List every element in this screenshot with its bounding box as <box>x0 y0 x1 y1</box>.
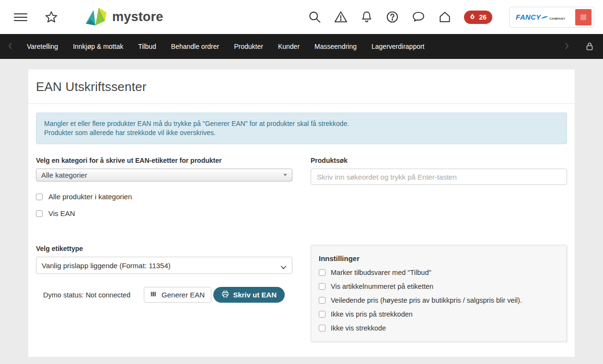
hamburger-icon <box>13 11 28 23</box>
chat-bubble-icon <box>411 10 426 24</box>
generate-ean-label: Generer EAN <box>162 291 205 299</box>
all-products-label: Alle produkter i kategorien <box>48 193 132 201</box>
setting-label-artikkelnummer: Vis artikkelnummeret på etiketten <box>331 283 433 290</box>
setting-row-artikkelnummer: Vis artikkelnummeret på etiketten <box>319 283 559 290</box>
ean-print-center-card: EAN Utskriftssenter Mangler et eller fle… <box>28 69 575 357</box>
help-button[interactable] <box>385 10 399 24</box>
setting-label-ikke-vis-pris: Ikke vis pris på strekkoden <box>331 310 413 318</box>
print-ean-label: Skriv ut EAN <box>233 291 277 299</box>
notifications-button[interactable] <box>360 10 373 24</box>
mystore-logo[interactable]: mystore <box>84 6 163 28</box>
brand-name: FANCY <box>516 13 541 21</box>
brand-swoosh-icon <box>541 13 548 22</box>
page-title: EAN Utskriftssenter <box>36 80 567 94</box>
label-type-select[interactable]: Vanlig prislapp liggende (Format: 11354) <box>36 257 292 274</box>
mystore-logo-text: mystore <box>112 10 163 24</box>
rewards-badge[interactable]: 26 <box>464 11 492 24</box>
dymo-status: Dymo status: Not connected <box>43 291 130 299</box>
search-icon <box>308 10 322 24</box>
form-row-bottom: Velg etikettype Vanlig prislapp liggende… <box>36 245 567 342</box>
chevron-right-icon <box>563 42 570 52</box>
print-ean-button[interactable]: Skriv ut EAN <box>213 287 285 303</box>
alerts-button[interactable] <box>334 10 348 24</box>
question-icon <box>385 10 399 24</box>
nav-item-lagerverdirapport[interactable]: Lagerverdirapport <box>371 43 425 50</box>
home-button[interactable] <box>438 10 452 24</box>
nav-scroll-right[interactable] <box>563 42 570 52</box>
product-search-label: Produktsøk <box>311 157 567 164</box>
dropdown-triangle-icon <box>283 174 287 176</box>
checkbox-ikke-vis-pris[interactable] <box>319 311 325 318</box>
setting-label-tilbud: Marker tilbudsvarer med "Tilbud" <box>331 269 431 276</box>
setting-row-ikke-vis-strekkode: Ikke vis strekkode <box>319 324 559 332</box>
favorites-button[interactable] <box>44 10 58 24</box>
chat-button[interactable] <box>411 10 426 24</box>
nav-item-masseendring[interactable]: Masseendring <box>314 43 357 50</box>
search-button[interactable] <box>308 10 322 24</box>
nav-item-innkjop-mottak[interactable]: Innkjøp & mottak <box>73 43 123 50</box>
card-header: EAN Utskriftssenter <box>28 69 575 104</box>
category-select-value: Alle kategorier <box>41 171 87 179</box>
settings-panel: Innstillinger Marker tilbudsvarer med "T… <box>311 245 567 342</box>
menu-button[interactable] <box>13 11 28 23</box>
checkbox-ikke-vis-strekkode[interactable] <box>319 325 325 331</box>
badge-emblem-icon <box>469 13 476 22</box>
content-area: EAN Utskriftssenter Mangler et eller fle… <box>0 59 603 357</box>
mystore-logo-icon <box>84 6 107 28</box>
nav-item-kunder[interactable]: Kunder <box>278 43 300 50</box>
chevron-left-icon <box>7 42 14 52</box>
label-type-column: Velg etikettype Vanlig prislapp liggende… <box>36 245 292 342</box>
form-row-top: Velg en kategori for å skrive ut EAN-eti… <box>36 157 567 217</box>
all-products-row: Alle produkter i kategorien <box>36 193 292 201</box>
setting-label-ikke-vis-strekkode: Ikke vis strekkode <box>331 324 386 332</box>
home-icon <box>438 10 452 24</box>
store-avatar <box>575 9 591 25</box>
checkbox-all-products[interactable] <box>36 193 43 200</box>
category-column: Velg en kategori for å skrive ut EAN-eti… <box>36 157 292 217</box>
action-row: Dymo status: Not connected Generer EAN <box>36 287 292 303</box>
search-column: Produktsøk <box>311 157 567 217</box>
printer-icon <box>221 290 229 299</box>
info-alert-line1: Mangler et eller flere produkter EAN må … <box>44 119 559 128</box>
nav-item-tilbud[interactable]: Tilbud <box>138 43 156 50</box>
lock-icon <box>584 41 595 52</box>
lock-button[interactable] <box>584 41 595 52</box>
setting-row-ikke-vis-pris: Ikke vis pris på strekkoden <box>319 310 559 318</box>
checkbox-veiledende-pris[interactable] <box>319 297 325 304</box>
info-alert: Mangler et eller flere produkter EAN må … <box>36 113 567 144</box>
checkbox-vis-artikkelnummer[interactable] <box>319 283 325 290</box>
fancy-company-logo: FANCY COMPANY <box>516 13 565 22</box>
top-header: mystore <box>0 0 603 34</box>
nav-scroll-left[interactable] <box>7 42 14 52</box>
setting-row-tilbud: Marker tilbudsvarer med "Tilbud" <box>319 269 559 276</box>
store-account-box[interactable]: FANCY COMPANY <box>509 7 594 28</box>
nav-item-behandle-ordrer[interactable]: Behandle ordrer <box>171 43 219 50</box>
nav-item-produkter[interactable]: Produkter <box>234 43 263 50</box>
main-navigation: Varetelling Innkjøp & mottak Tilbud Beha… <box>0 34 603 59</box>
brand-suffix: COMPANY <box>549 17 565 20</box>
settings-title: Innstillinger <box>319 254 559 262</box>
product-search-input[interactable] <box>311 169 567 185</box>
setting-label-veiledende-pris: Veiledende pris (høyeste pris av butikkp… <box>331 296 522 304</box>
generate-ean-button[interactable]: Generer EAN <box>144 287 211 303</box>
category-label: Velg en kategori for å skrive ut EAN-eti… <box>36 157 292 164</box>
badge-count: 26 <box>479 13 487 21</box>
nav-item-varetelling[interactable]: Varetelling <box>27 43 58 50</box>
category-select[interactable]: Alle kategorier <box>36 169 292 182</box>
checkbox-marker-tilbud[interactable] <box>319 269 325 276</box>
bell-icon <box>360 10 373 24</box>
info-alert-line2: Produkter som allerede har strekkode vil… <box>44 128 559 137</box>
setting-row-veiledende-pris: Veiledende pris (høyeste pris av butikkp… <box>319 296 559 304</box>
star-icon <box>44 10 58 24</box>
barcode-icon <box>151 291 158 299</box>
show-ean-row: Vis EAN <box>36 209 292 217</box>
label-type-label: Velg etikettype <box>36 245 292 252</box>
show-ean-label: Vis EAN <box>48 209 75 217</box>
warning-icon <box>334 10 348 24</box>
checkbox-show-ean[interactable] <box>36 210 43 217</box>
